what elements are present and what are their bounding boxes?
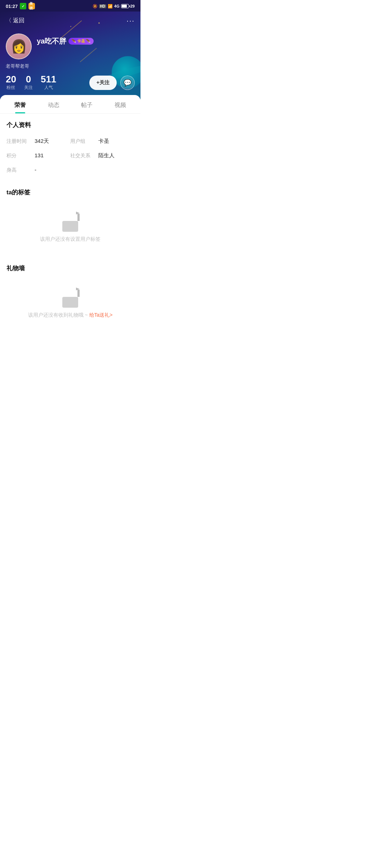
badge-label: 卡圣 [77,39,85,44]
star-1 [70,26,71,27]
height-label: 身高 [6,167,28,173]
hd-icon: HD [99,4,106,8]
level-badge: 🪶 卡圣 🪶 [68,38,94,45]
back-chevron-icon: 〈 [6,17,12,24]
tab-honor-label: 荣誉 [14,102,26,108]
social-relation-label: 社交关系 [70,153,92,159]
gift-mailbox-body [62,297,78,308]
wechat-icon: ✓ [20,3,26,9]
mailbox-body [62,221,78,232]
gift-mailbox-flag [77,290,80,297]
personal-info-section: 个人资料 注册时间 342天 用户组 卡圣 积分 131 社交关系 陌生人 [0,114,140,181]
points-label: 积分 [6,153,28,159]
user-group-value: 卡圣 [98,138,109,145]
gift-empty-description: 该用户还没有收到礼物哦 ~ [28,312,89,318]
follow-button[interactable]: +关注 [89,76,117,90]
followers-stat[interactable]: 20 粉丝 [6,74,16,91]
gift-link[interactable]: 给Ta送礼> [89,312,113,318]
gift-wall-empty-state: 该用户还没有收到礼物哦 ~ 给Ta送礼> [6,277,134,329]
message-icon: 💬 [124,79,131,87]
tab-moments-label: 动态 [48,102,59,108]
mute-icon: 🔕 [93,4,98,9]
tab-posts[interactable]: 帖子 [70,95,104,113]
gift-empty-text: 该用户还没有收到礼物哦 ~ 给Ta送礼> [28,312,113,318]
mailbox-flag [77,214,80,221]
tags-title: ta的标签 [6,188,134,196]
followers-count: 20 [6,74,16,84]
status-bar: 01:27 ✓ 美团 🔕 HD 📶 4G 29 [0,0,140,12]
following-count: 0 [24,74,33,84]
register-time-value: 342天 [35,138,49,145]
popularity-stat: 511 人气 [41,74,56,91]
tags-section: ta的标签 该用户还没有设置用户标签 [0,181,140,257]
gift-wall-section: 礼物墙 该用户还没有收到礼物哦 ~ 给Ta送礼> [0,257,140,333]
username-text: ya吃不胖 [37,36,66,46]
register-time-label: 注册时间 [6,138,28,145]
personal-info-title: 个人资料 [6,121,134,129]
status-left: 01:27 ✓ 美团 [6,3,35,9]
social-relation-item: 社交关系 陌生人 [70,149,134,163]
profile-info: 👩 ya吃不胖 🪶 卡圣 🪶 [6,33,135,59]
back-button[interactable]: 〈 返回 [6,17,24,24]
status-right: 🔕 HD 📶 4G 29 [93,4,135,9]
points-item: 积分 131 [6,149,70,163]
height-value: - [35,167,36,173]
battery-fill [122,5,127,8]
tab-moments[interactable]: 动态 [37,95,71,113]
following-stat[interactable]: 0 关注 [24,74,33,91]
followers-label: 粉丝 [6,85,16,91]
message-button[interactable]: 💬 [120,76,135,90]
badge-wings-left: 🪶 [71,39,76,44]
signal-4g-icon: 📶 [108,4,113,9]
battery-level: 29 [130,4,135,8]
main-content: 荣誉 动态 帖子 视频 个人资料 注册时间 342天 用户组 卡圣 积分 [0,95,140,333]
height-placeholder [70,163,134,177]
username: ya吃不胖 🪶 卡圣 🪶 [37,36,94,46]
popularity-count: 511 [41,74,56,84]
tabs: 荣誉 动态 帖子 视频 [0,95,140,114]
following-label: 关注 [24,85,33,91]
tab-videos[interactable]: 视频 [104,95,137,113]
stats-row: 20 粉丝 0 关注 511 人气 +关注 💬 [6,74,135,91]
more-button[interactable]: ··· [126,17,135,25]
meituan-icon: 美团 [28,3,35,9]
avatar: 👩 [6,33,32,59]
profile-header: 〈 返回 ··· 👩 ya吃不胖 🪶 卡圣 🪶 老哥帮老哥 20 粉丝 [0,12,140,99]
user-group-label: 用户组 [70,138,92,145]
gift-empty-icon [59,286,81,308]
info-grid: 注册时间 342天 用户组 卡圣 积分 131 社交关系 陌生人 身高 - [6,134,134,177]
tab-honor[interactable]: 荣誉 [4,95,37,113]
register-time-item: 注册时间 342天 [6,134,70,149]
tab-posts-label: 帖子 [81,102,93,108]
user-group-item: 用户组 卡圣 [70,134,134,149]
back-label: 返回 [13,17,24,24]
points-value: 131 [35,152,44,158]
action-buttons: +关注 💬 [89,76,135,90]
tags-empty-text: 该用户还没有设置用户标签 [40,236,100,243]
time: 01:27 [6,4,18,9]
gift-wall-title: 礼物墙 [6,264,134,272]
tags-empty-icon [59,210,81,232]
username-row: ya吃不胖 🪶 卡圣 🪶 [37,33,94,46]
nav-bar: 〈 返回 ··· [6,17,135,25]
height-item: 身高 - [6,163,70,177]
bio: 老哥帮老哥 [6,63,135,69]
social-relation-value: 陌生人 [98,152,115,159]
avatar-image: 👩 [6,34,31,59]
tab-videos-label: 视频 [115,102,126,108]
badge-wings-right: 🪶 [86,39,91,44]
tags-empty-state: 该用户还没有设置用户标签 [6,202,134,253]
battery-indicator [121,4,129,8]
popularity-label: 人气 [41,85,56,91]
signal-4g-icon-2: 4G [114,4,120,8]
